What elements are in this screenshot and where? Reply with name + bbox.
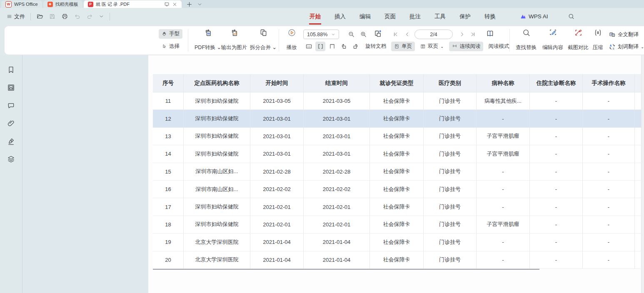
next-page-icon[interactable] <box>459 32 465 37</box>
pdf-convert-icon: W <box>204 28 212 37</box>
search-icon[interactable] <box>568 13 575 20</box>
read-mode-label[interactable]: 阅读模式 <box>488 43 509 50</box>
table-cell: 深圳市南山区妇... <box>183 181 250 198</box>
rotate-right-button[interactable] <box>350 42 360 51</box>
table-row[interactable]: 20北京大学深圳医院2021-01-042021-01-04社会保障卡门诊挂号-… <box>153 251 642 269</box>
table-cell: - <box>582 233 634 251</box>
table-cell: - <box>476 181 529 198</box>
svg-text:1:1: 1:1 <box>307 45 310 48</box>
wps-ai-button[interactable]: WPS AI <box>520 13 548 20</box>
table-cell: 2021-02-02 <box>250 181 303 198</box>
vertical-scrollbar[interactable] <box>641 55 644 293</box>
column-header: 结束时间 <box>303 74 369 92</box>
hand-tool-label: 手型 <box>169 30 180 37</box>
thumbnails-panel-icon[interactable] <box>7 83 15 92</box>
print-icon[interactable] <box>61 13 68 20</box>
zoom-in-icon[interactable] <box>360 31 367 38</box>
compress-button[interactable]: 压缩 <box>589 28 607 52</box>
first-page-icon[interactable] <box>393 32 398 37</box>
table-cell: 2021-03-01 <box>303 110 369 127</box>
table-cell: 社会保障卡 <box>369 163 423 181</box>
double-page-button[interactable]: 双页 ⌄ <box>417 42 447 51</box>
layers-panel-icon[interactable] <box>7 155 15 164</box>
table-cell: - <box>529 251 582 269</box>
navigation-pane[interactable] <box>23 55 148 293</box>
page-number-input[interactable] <box>414 30 453 39</box>
ribbon-tab-tools[interactable]: 工具 <box>434 13 446 20</box>
table-cell: 19 <box>153 233 183 251</box>
screenshot-compare-button[interactable]: 截图对比 <box>564 28 592 52</box>
attachments-panel-icon[interactable] <box>7 119 15 128</box>
ribbon-tab-protect[interactable]: 保护 <box>459 13 471 20</box>
rotate-document-icon[interactable] <box>374 30 382 38</box>
tab-wps-office[interactable]: W WPS Office <box>1 0 42 8</box>
save-icon[interactable] <box>49 13 56 20</box>
tab-docer-templates[interactable]: ❖ 找稻壳模板 <box>43 0 82 8</box>
table-cell: 2021-02-01 <box>250 198 303 216</box>
ribbon-tab-edit[interactable]: 编辑 <box>359 13 371 20</box>
redo-icon[interactable] <box>86 13 93 20</box>
hand-tool-button[interactable]: 手型 <box>159 29 182 39</box>
fit-page-button[interactable] <box>327 42 337 51</box>
read-mode-icon[interactable] <box>486 29 494 38</box>
table-row[interactable]: 18深圳市妇幼保健院2021-02-012021-02-01社会保障卡门诊挂号子… <box>153 216 642 233</box>
comments-panel-icon[interactable] <box>7 101 15 110</box>
play-button[interactable]: 播放 <box>281 28 302 52</box>
select-tool-button[interactable]: 选择 <box>159 42 182 51</box>
fit-width-button[interactable] <box>315 42 325 51</box>
actual-size-button[interactable]: 1:1 <box>304 42 314 51</box>
split-merge-button[interactable]: 拆分合并 ⌄ <box>246 28 280 52</box>
table-cell: 深圳市南山区妇... <box>183 163 250 181</box>
previous-page-icon[interactable] <box>404 32 410 37</box>
single-page-button[interactable]: 单页 <box>391 42 415 51</box>
zoom-out-icon[interactable] <box>348 31 355 38</box>
table-row[interactable]: 19北京大学深圳医院2021-01-042021-01-04社会保障卡门诊挂号-… <box>153 233 642 251</box>
undo-icon[interactable] <box>74 13 81 20</box>
table-row[interactable]: 15深圳市南山区妇...2021-02-282021-02-28社会保障卡门诊挂… <box>153 163 642 181</box>
ribbon-tab-home[interactable]: 开始 <box>309 13 321 20</box>
column-header: 序号 <box>153 74 183 92</box>
tab-pdf-document[interactable]: P 就 医 记 录 .PDF <box>84 0 182 8</box>
full-translate-icon: A文 <box>609 31 616 38</box>
new-tab-icon[interactable] <box>186 1 193 8</box>
table-cell: - <box>476 198 529 216</box>
ribbon-tab-page[interactable]: 页面 <box>384 13 396 20</box>
full-translate-button[interactable]: A文 全文翻译 <box>608 30 639 40</box>
table-row[interactable]: 16深圳市南山区妇...2021-02-022021-02-02社会保障卡门诊挂… <box>153 181 642 198</box>
edit-content-button[interactable]: 编辑内容 <box>539 28 567 52</box>
close-tab-icon[interactable] <box>172 2 177 7</box>
select-tool-label: 选择 <box>169 43 180 50</box>
ribbon-tab-insert[interactable]: 插入 <box>334 13 346 20</box>
tab-list-chevron-icon[interactable] <box>197 2 202 7</box>
open-file-icon[interactable] <box>36 13 43 20</box>
rotate-left-button[interactable] <box>339 42 349 51</box>
signature-panel-icon[interactable] <box>7 137 15 146</box>
table-cell: 病毒性其他疾... <box>476 92 529 110</box>
table-row[interactable]: 12深圳市妇幼保健院2021-03-012021-03-01社会保障卡门诊挂号-… <box>153 110 642 127</box>
continuous-read-button[interactable]: 连续阅读 <box>449 42 483 51</box>
table-cell: 2021-03-01 <box>250 110 303 127</box>
table-row[interactable]: 11深圳市妇幼保健院2021-03-052021-03-05社会保障卡门诊挂号病… <box>153 92 642 110</box>
table-cell: - <box>476 110 529 127</box>
table-row[interactable]: 14深圳市妇幼保健院2021-03-012021-03-01社会保障卡门诊挂号子… <box>153 145 642 163</box>
table-cell <box>634 233 642 251</box>
quick-access-chevron-icon[interactable] <box>99 14 104 19</box>
monitor-icon[interactable] <box>164 2 170 7</box>
rotate-document-label[interactable]: 旋转文档 <box>365 43 386 50</box>
table-cell: - <box>529 198 582 216</box>
ribbon-tab-convert[interactable]: 转换 <box>484 13 496 20</box>
file-menu-label: 文件 <box>14 13 25 20</box>
last-page-icon[interactable] <box>470 32 476 37</box>
table-row[interactable]: 17深圳市妇幼保健院2021-02-012021-02-01社会保障卡门诊挂号-… <box>153 198 642 216</box>
ribbon-tab-comment[interactable]: 批注 <box>409 13 421 20</box>
table-cell: - <box>529 216 582 233</box>
table-cell: 门诊挂号 <box>423 163 476 181</box>
word-translate-button[interactable]: A文 划词翻译 ⌄ <box>608 42 644 52</box>
find-replace-button[interactable]: 查找替换 <box>512 28 540 52</box>
zoom-level-dropdown[interactable]: 105.88% <box>303 30 339 39</box>
table-row[interactable]: 13深圳市妇幼保健院2021-03-012021-03-01社会保障卡门诊挂号子… <box>153 128 642 145</box>
file-menu[interactable]: 文件 <box>7 13 25 20</box>
table-cell: 深圳市妇幼保健院 <box>183 128 250 145</box>
table-cell: 2021-01-04 <box>303 251 369 269</box>
bookmarks-panel-icon[interactable] <box>7 65 15 74</box>
